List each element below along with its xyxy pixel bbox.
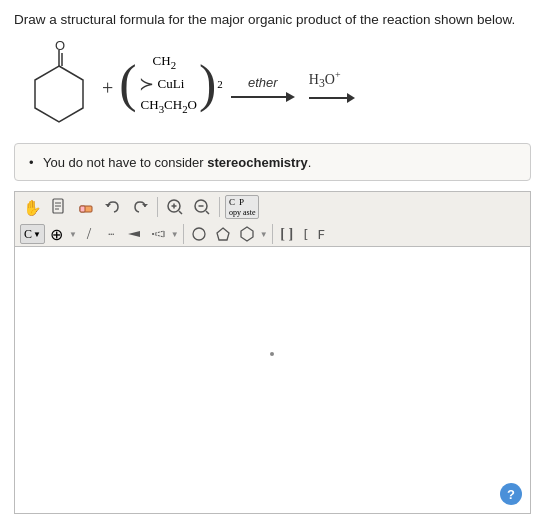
cp-bottom: opy aste: [229, 208, 255, 218]
reaction-area: O + ( CH2 ≻ CuLi CH3CH2O ) 2: [14, 39, 531, 129]
svg-text:O: O: [55, 38, 65, 53]
h3o-text: H3O+: [309, 69, 341, 90]
ch2-label: CH2: [153, 53, 176, 71]
dropdown-arrow4: ▼: [260, 230, 268, 239]
separator1: [157, 197, 158, 217]
redo-tool[interactable]: [128, 195, 152, 219]
wedge-dashed-tool[interactable]: [147, 224, 169, 244]
top-toolbar: ✋: [14, 191, 531, 222]
hexagon-tool[interactable]: [236, 224, 258, 244]
zoom-in-tool[interactable]: [163, 195, 187, 219]
c-dropdown[interactable]: C ▼: [20, 224, 45, 244]
arrow-line: [231, 92, 295, 102]
question-text: Draw a structural formula for the major …: [14, 12, 531, 27]
plus-superscript: +: [335, 69, 341, 80]
copy-label: C: [229, 197, 235, 208]
branch-symbol: ≻: [139, 73, 154, 95]
ring-tool[interactable]: [188, 224, 210, 244]
copy-paste-group[interactable]: C P opy aste: [225, 195, 259, 219]
svg-rect-10: [80, 206, 85, 212]
separator2: [219, 197, 220, 217]
svg-line-19: [206, 211, 209, 214]
separator4: [272, 224, 273, 244]
pentagon-tool[interactable]: [212, 224, 234, 244]
svg-point-24: [193, 228, 205, 240]
hand-tool[interactable]: ✋: [20, 195, 44, 219]
reagent-inner: CH2 ≻ CuLi CH3CH2O: [137, 49, 199, 118]
plus-sign: +: [102, 77, 113, 100]
eraser-tool[interactable]: [74, 195, 98, 219]
solvent-label: ether: [248, 75, 278, 90]
dropdown-arrow3: ▼: [171, 230, 179, 239]
wedge-solid-tool[interactable]: [123, 224, 145, 244]
product-reagent: H3O+: [309, 69, 355, 102]
copy-text: opy: [229, 208, 241, 218]
svg-text:✋: ✋: [23, 199, 41, 216]
note-box: • You do not have to consider stereochem…: [14, 143, 531, 181]
document-tool[interactable]: [47, 195, 71, 219]
line-tool[interactable]: /: [79, 224, 99, 244]
drawing-canvas[interactable]: ?: [14, 246, 531, 514]
paren-left: (: [119, 58, 136, 110]
canvas-dot: [270, 352, 274, 356]
help-button[interactable]: ?: [500, 483, 522, 505]
svg-marker-25: [217, 228, 229, 240]
zoom-out-tool[interactable]: [190, 195, 214, 219]
svg-line-16: [179, 211, 182, 214]
arrow-head: [286, 92, 295, 102]
reaction-arrow: ether: [231, 75, 295, 102]
svg-marker-20: [128, 231, 140, 237]
subscript-2: 2: [217, 78, 223, 90]
svg-marker-11: [105, 204, 111, 207]
svg-marker-26: [241, 227, 253, 241]
bullet: •: [29, 155, 34, 170]
cp-top: C P: [229, 197, 255, 208]
h3o-arrow: [309, 93, 355, 103]
separator3: [183, 224, 184, 244]
second-toolbar: C ▼ ⊕ ▼ / ··· ▼: [14, 222, 531, 246]
template-tool[interactable]: [ F: [299, 224, 328, 244]
paste-label: P: [239, 197, 244, 208]
dashed-tool[interactable]: ···: [101, 224, 121, 244]
svg-line-21: [152, 231, 164, 234]
arrow-shaft: [231, 96, 286, 98]
plus-circle-tool[interactable]: ⊕: [47, 224, 67, 244]
culi-line: ≻ CuLi: [139, 73, 185, 95]
c-dropdown-arrow: ▼: [33, 230, 41, 239]
cyclohexanone-structure: O: [24, 44, 96, 124]
note-text: • You do not have to consider stereochem…: [29, 155, 311, 170]
svg-line-22: [152, 234, 164, 237]
svg-marker-12: [142, 204, 148, 207]
culi-text: CuLi: [158, 76, 185, 92]
paren-right: ): [199, 58, 216, 110]
reagent2: ( CH2 ≻ CuLi CH3CH2O ) 2: [119, 49, 223, 118]
bracket-tool[interactable]: [ ]: [277, 224, 297, 244]
h3o-shaft: [309, 97, 347, 99]
ch3ch2o-label: CH3CH2O: [141, 97, 197, 115]
h3o-arrowhead: [347, 93, 355, 103]
undo-tool[interactable]: [101, 195, 125, 219]
paste-text: aste: [243, 208, 255, 218]
dropdown-arrow2: ▼: [69, 230, 77, 239]
page: Draw a structural formula for the major …: [0, 0, 545, 522]
svg-marker-0: [35, 66, 83, 122]
